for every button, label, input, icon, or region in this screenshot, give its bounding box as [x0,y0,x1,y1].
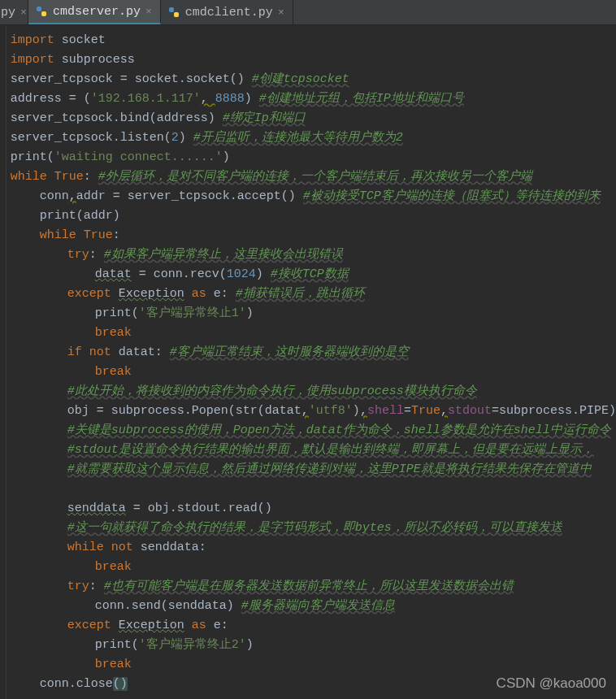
kw-except: except [67,287,119,301]
code-text: obj = subprocess.Popen( [67,404,236,418]
comment: #就需要获取这个显示信息，然后通过网络传递到对端，这里PIPE就是将执行结果先保… [67,462,592,476]
number: 2 [171,131,179,145]
comment: #开启监听，连接池最大等待用户数为2 [193,131,403,145]
kw-import: import [11,53,54,67]
paren: ( [113,677,120,691]
string: '192.168.1.117' [91,92,201,106]
code-text: server_tcpsock = socket.socket() [11,72,252,86]
kw-true: True [54,170,84,184]
code-text: = obj.stdout.read() [126,501,272,515]
comment: #捕获错误后，跳出循环 [236,287,365,301]
code-text: , [201,92,215,106]
kw-if-not: if not [67,345,119,359]
code-text: address = ( [11,92,91,106]
editor: import socket import subprocess server_t… [0,25,616,699]
svg-rect-3 [174,12,179,17]
builtin: print [11,150,47,164]
tab-label: cmdclient.py [185,6,273,20]
tab-cmdserver[interactable]: cmdserver.py × [28,0,161,24]
comment: #绑定Ip和端口 [223,111,306,125]
builtin: print [40,209,76,223]
code-text: datat: [119,345,170,359]
kw-except: except [67,619,119,632]
comment: #创建地址元组，包括IP地址和端口号 [259,92,464,106]
string: 'utf8' [309,404,353,418]
code-text: , [69,189,76,203]
var: datat [95,267,132,281]
comment: #外层循环，是对不同客户端的连接，一个客户端结束后，再次接收另一个客户端 [98,170,532,184]
code-text: e: [214,619,228,632]
string: '客户端异常终止2' [139,638,246,652]
tab-collapsed[interactable]: py × [0,0,28,24]
code-text: =subprocess.PIPE) [492,404,616,418]
builtin: print [95,306,132,320]
comment: #此处开始，将接收到的内容作为命令执行，使用subprocess模块执行命令 [67,384,477,398]
code-text: server_tcpsock.listen( [11,131,171,145]
code-text: , [360,404,367,418]
string: 'waiting connect......' [54,150,223,164]
close-icon[interactable]: × [278,7,284,19]
code-text: , [440,404,448,418]
code-text: ) [246,638,254,652]
tab-label: py [1,6,15,20]
code-text: conn.send(senddata) [95,599,241,613]
code-text: conn [40,189,69,203]
python-file-icon [35,5,48,18]
paren: ) [120,677,128,691]
kw-as: as [184,619,214,632]
code-text: , [301,404,309,418]
code-text: server_tcpsock.bind(address) [11,111,223,125]
svg-rect-1 [41,11,46,16]
module: socket [54,33,106,47]
param: shell [367,404,404,418]
code-text: ( [132,306,139,320]
number: 8888 [215,92,245,106]
comment: #创建tcpsocket [252,72,349,86]
close-icon[interactable]: × [20,7,27,19]
comment: #也有可能客户端是在服务器发送数据前异常终止，所以这里发送数据会出错 [104,580,514,593]
string: '客户端异常终止1' [139,306,246,320]
svg-rect-0 [37,7,41,11]
python-file-icon [167,6,180,19]
kw-while: while [40,228,84,242]
code-text: conn.close [40,677,113,691]
kw-import: import [11,33,54,47]
close-icon[interactable]: × [145,6,152,18]
code-text: : [89,580,104,593]
tab-bar: py × cmdserver.py × cmdclient.py × [0,0,616,25]
code-text: ) [179,131,193,145]
kw-break: break [95,365,132,379]
code-text: addr = server_tcpsock.accept() [76,189,303,203]
code-text: ) [256,267,271,281]
watermark: CSDN @kaoa000 [497,674,606,693]
kw-true: True [411,404,440,418]
kw-true: True [84,228,113,242]
number: 1024 [227,267,256,281]
code-text: = conn.recv( [132,267,227,281]
tab-cmdclient[interactable]: cmdclient.py × [161,0,293,24]
comment: #这一句就获得了命令执行的结果，是字节码形式，即bytes，所以不必转码，可以直… [67,521,562,535]
code-text: = [404,404,411,418]
gutter [0,25,7,699]
code-area[interactable]: import socket import subprocess server_t… [7,25,616,699]
code-text: ) [246,306,254,320]
builtin: str [236,404,258,418]
code-text: e: [214,287,236,301]
svg-rect-2 [169,7,174,12]
kw-break: break [95,560,132,574]
kw-break: break [95,658,132,671]
kw-while: while [11,170,54,184]
comment: #关键是subprocess的使用，Popen方法，datat作为命令，shel… [67,423,611,437]
class: Exception [119,619,184,632]
code-text: : [84,170,98,184]
tab-label: cmdserver.py [53,5,141,19]
comment: #stdout是设置命令执行结果的输出界面，默认是输出到终端，即屏幕上，但是要在… [67,443,594,457]
kw-while-not: while not [67,541,141,554]
code-text: (addr) [76,209,120,223]
comment: #被动接受TCP客户端的连接（阻塞式）等待连接的到来 [303,189,601,203]
code-text: ) [353,404,360,418]
code-text: ) [223,150,230,164]
kw-try: try [67,248,89,262]
comment: #客户端正常结束，这时服务器端收到的是空 [170,345,409,359]
code-text: ( [47,150,54,164]
